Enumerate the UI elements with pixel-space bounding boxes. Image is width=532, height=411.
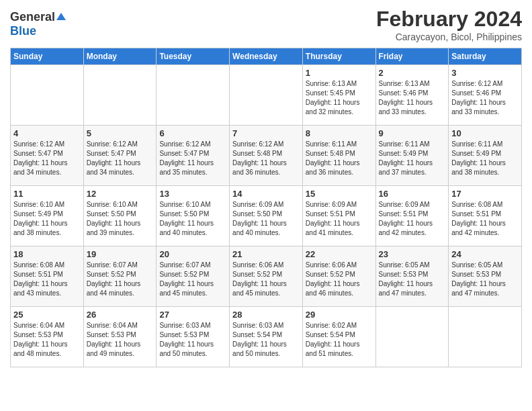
cell-info-line: Sunset: 5:48 PM	[232, 150, 282, 157]
day-number: 11	[13, 189, 81, 199]
calendar-cell: 5Sunrise: 6:12 AMSunset: 5:47 PMDaylight…	[83, 126, 157, 186]
cell-info-line: Sunrise: 6:07 AM	[159, 261, 210, 269]
day-number: 17	[451, 189, 519, 199]
day-number: 20	[159, 249, 226, 259]
day-number: 5	[87, 128, 154, 138]
location-title: Caraycayon, Bicol, Philippines	[376, 32, 522, 42]
calendar-cell	[157, 65, 230, 126]
calendar-cell: 19Sunrise: 6:07 AMSunset: 5:52 PMDayligh…	[83, 246, 157, 307]
cell-info-line: Sunrise: 6:12 AM	[87, 140, 138, 148]
logo-blue-text: Blue	[10, 24, 36, 38]
calendar-cell: 3Sunrise: 6:12 AMSunset: 5:46 PMDaylight…	[449, 65, 522, 126]
calendar-cell: 24Sunrise: 6:05 AMSunset: 5:53 PMDayligh…	[449, 246, 522, 307]
cell-info: Sunrise: 6:11 AMSunset: 5:48 PMDaylight:…	[306, 140, 373, 177]
day-number: 21	[232, 249, 300, 259]
calendar-cell: 23Sunrise: 6:05 AMSunset: 5:53 PMDayligh…	[375, 246, 449, 307]
cell-info-line: Daylight: 11 hours and 38 minutes.	[451, 159, 506, 176]
cell-info: Sunrise: 6:13 AMSunset: 5:46 PMDaylight:…	[379, 79, 446, 117]
cell-info-line: Sunset: 5:53 PM	[13, 331, 63, 338]
header-day-friday: Friday	[375, 48, 449, 65]
calendar-cell	[230, 65, 303, 126]
cell-info-line: Sunset: 5:51 PM	[13, 271, 63, 278]
cell-info: Sunrise: 6:13 AMSunset: 5:45 PMDaylight:…	[306, 79, 373, 117]
cell-info-line: Sunset: 5:47 PM	[87, 150, 136, 157]
day-number: 19	[87, 249, 154, 259]
header-day-monday: Monday	[83, 48, 157, 65]
calendar-cell	[11, 65, 84, 126]
cell-info-line: Sunset: 5:53 PM	[87, 331, 136, 338]
cell-info-line: Daylight: 11 hours and 33 minutes.	[451, 99, 506, 116]
cell-info-line: Sunset: 5:47 PM	[13, 150, 63, 157]
cell-info-line: Sunset: 5:49 PM	[379, 150, 429, 157]
calendar-week-row: 4Sunrise: 6:12 AMSunset: 5:47 PMDaylight…	[11, 126, 522, 186]
cell-info-line: Daylight: 11 hours and 40 minutes.	[232, 220, 287, 236]
cell-info: Sunrise: 6:12 AMSunset: 5:47 PMDaylight:…	[159, 140, 226, 177]
cell-info: Sunrise: 6:04 AMSunset: 5:53 PMDaylight:…	[13, 321, 81, 359]
cell-info: Sunrise: 6:11 AMSunset: 5:49 PMDaylight:…	[379, 140, 446, 177]
day-number: 27	[159, 310, 226, 320]
cell-info-line: Sunset: 5:46 PM	[451, 89, 501, 97]
cell-info-line: Sunset: 5:51 PM	[451, 210, 501, 218]
cell-info: Sunrise: 6:07 AMSunset: 5:52 PMDaylight:…	[87, 261, 154, 298]
cell-info-line: Daylight: 11 hours and 41 minutes.	[306, 220, 360, 236]
day-number: 9	[379, 128, 446, 138]
day-number: 22	[306, 249, 373, 259]
day-number: 15	[306, 189, 373, 199]
cell-info-line: Sunrise: 6:09 AM	[379, 201, 430, 208]
calendar-cell: 15Sunrise: 6:09 AMSunset: 5:51 PMDayligh…	[302, 186, 375, 246]
cell-info: Sunrise: 6:02 AMSunset: 5:54 PMDaylight:…	[306, 321, 373, 359]
header-day-tuesday: Tuesday	[157, 48, 230, 65]
cell-info-line: Sunrise: 6:10 AM	[159, 201, 210, 208]
cell-info-line: Sunrise: 6:04 AM	[13, 322, 64, 329]
cell-info-line: Daylight: 11 hours and 43 minutes.	[13, 280, 68, 297]
cell-info-line: Sunrise: 6:07 AM	[87, 261, 138, 269]
cell-info-line: Sunrise: 6:11 AM	[306, 140, 357, 148]
cell-info: Sunrise: 6:09 AMSunset: 5:51 PMDaylight:…	[306, 200, 373, 238]
cell-info-line: Sunrise: 6:09 AM	[232, 201, 283, 208]
cell-info-line: Daylight: 11 hours and 51 minutes.	[306, 340, 360, 357]
cell-info: Sunrise: 6:03 AMSunset: 5:54 PMDaylight:…	[232, 321, 300, 359]
cell-info-line: Sunset: 5:52 PM	[306, 271, 355, 278]
cell-info-line: Daylight: 11 hours and 40 minutes.	[159, 220, 214, 236]
calendar-cell: 16Sunrise: 6:09 AMSunset: 5:51 PMDayligh…	[375, 186, 449, 246]
calendar-cell	[449, 307, 522, 367]
cell-info-line: Sunrise: 6:05 AM	[451, 261, 502, 269]
cell-info: Sunrise: 6:06 AMSunset: 5:52 PMDaylight:…	[306, 261, 373, 298]
calendar-cell: 9Sunrise: 6:11 AMSunset: 5:49 PMDaylight…	[375, 126, 449, 186]
calendar-cell: 18Sunrise: 6:08 AMSunset: 5:51 PMDayligh…	[11, 246, 84, 307]
cell-info-line: Sunset: 5:50 PM	[232, 210, 282, 218]
calendar-week-row: 11Sunrise: 6:10 AMSunset: 5:49 PMDayligh…	[11, 186, 522, 246]
calendar-cell	[375, 307, 449, 367]
cell-info-line: Sunset: 5:52 PM	[159, 271, 209, 278]
cell-info-line: Sunset: 5:46 PM	[379, 89, 429, 97]
calendar-header-row: SundayMondayTuesdayWednesdayThursdayFrid…	[11, 48, 522, 65]
cell-info-line: Sunrise: 6:12 AM	[159, 140, 210, 148]
cell-info-line: Daylight: 11 hours and 47 minutes.	[451, 280, 506, 297]
day-number: 26	[87, 310, 154, 320]
cell-info: Sunrise: 6:10 AMSunset: 5:50 PMDaylight:…	[87, 200, 154, 238]
calendar-cell: 28Sunrise: 6:03 AMSunset: 5:54 PMDayligh…	[230, 307, 303, 367]
logo-triangle-icon	[56, 11, 66, 22]
cell-info-line: Daylight: 11 hours and 50 minutes.	[232, 340, 287, 357]
cell-info-line: Daylight: 11 hours and 38 minutes.	[13, 220, 68, 236]
day-number: 2	[379, 68, 446, 78]
cell-info-line: Daylight: 11 hours and 48 minutes.	[13, 340, 68, 357]
calendar-cell: 22Sunrise: 6:06 AMSunset: 5:52 PMDayligh…	[302, 246, 375, 307]
cell-info-line: Sunset: 5:54 PM	[306, 331, 355, 338]
calendar-cell: 25Sunrise: 6:04 AMSunset: 5:53 PMDayligh…	[11, 307, 84, 367]
cell-info-line: Sunrise: 6:12 AM	[232, 140, 283, 148]
cell-info-line: Sunset: 5:54 PM	[232, 331, 282, 338]
cell-info-line: Sunrise: 6:06 AM	[306, 261, 357, 269]
cell-info-line: Daylight: 11 hours and 39 minutes.	[87, 220, 141, 236]
calendar-cell: 27Sunrise: 6:03 AMSunset: 5:53 PMDayligh…	[157, 307, 230, 367]
cell-info-line: Sunrise: 6:10 AM	[13, 201, 64, 208]
cell-info: Sunrise: 6:04 AMSunset: 5:53 PMDaylight:…	[87, 321, 154, 359]
calendar-cell: 1Sunrise: 6:13 AMSunset: 5:45 PMDaylight…	[302, 65, 375, 126]
cell-info-line: Sunrise: 6:08 AM	[451, 201, 502, 208]
calendar-table: SundayMondayTuesdayWednesdayThursdayFrid…	[10, 48, 522, 367]
cell-info-line: Sunset: 5:53 PM	[379, 271, 429, 278]
cell-info-line: Sunrise: 6:11 AM	[379, 140, 430, 148]
cell-info: Sunrise: 6:08 AMSunset: 5:51 PMDaylight:…	[13, 261, 81, 298]
cell-info-line: Daylight: 11 hours and 44 minutes.	[87, 280, 141, 297]
cell-info-line: Sunset: 5:52 PM	[232, 271, 282, 278]
